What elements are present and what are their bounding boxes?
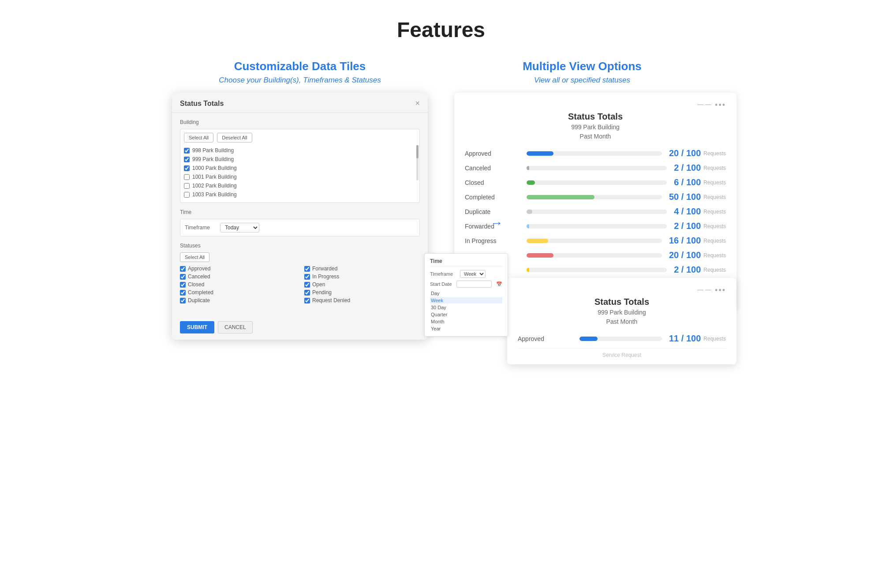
card2-dots-icon[interactable]: ••• [715,286,726,295]
status-bar-fill [527,195,594,199]
time-label: Time [180,209,420,215]
card1-dots-icon[interactable]: ••• [715,101,726,110]
building-checkbox[interactable] [184,157,190,162]
time-option[interactable]: Month [430,318,502,325]
status-checkbox-item[interactable]: Request Denied [304,297,420,303]
status-row: Approved20 / 100Requests [465,148,726,158]
building-checkbox[interactable] [184,165,190,171]
select-all-statuses-button[interactable]: Select All [180,252,209,262]
status-checkbox-item[interactable]: In Progress [304,273,420,280]
status-checkbox[interactable] [304,298,310,303]
building-btn-row: Select All Deselect All [180,133,419,146]
status-checkbox[interactable] [304,290,310,296]
building-item[interactable]: 998 Park Building [184,146,416,155]
status-count: 4 / 100 [674,206,701,217]
time-popup-timeframe-select[interactable]: Week [460,270,486,278]
status-checkbox[interactable] [180,290,186,296]
building-name: 1002 Park Building [192,183,237,189]
status-count: 20 / 100 [669,250,701,260]
time-option[interactable]: 30 Day [430,304,502,311]
modal-title: Status Totals [180,100,224,108]
card1-lines-icon[interactable]: — — [697,101,711,110]
building-label: Building [180,119,420,125]
timeframe-select[interactable]: Today Day Week 30 Day Quarter Month Year [220,223,259,232]
card2-subtitle: 999 Park Building Past Month [518,308,726,326]
building-checkbox[interactable] [184,183,190,189]
status-bar-fill [579,337,598,341]
select-all-buildings-button[interactable]: Select All [184,133,213,142]
building-item[interactable]: 999 Park Building [184,155,416,164]
status-checkbox[interactable] [180,266,186,272]
time-option[interactable]: Week [430,297,502,303]
status-name-label: Approved [188,266,210,272]
status-checkbox[interactable] [180,274,186,280]
status-name-label: Pending [312,289,332,296]
time-options-list: DayWeek30 DayQuarterMonthYear [430,290,502,332]
building-item[interactable]: 1003 Park Building [184,190,416,199]
status-bar-container [527,239,662,243]
page-title: Features [0,0,882,55]
status-checkbox-item[interactable]: Forwarded [304,266,420,272]
status-checkbox-item[interactable]: Open [304,281,420,288]
status-row-name: Canceled [465,165,527,172]
right-section-title: Multiple View Options [454,60,710,73]
status-requests-label: Requests [703,223,726,229]
close-icon[interactable]: × [415,99,420,108]
status-bar-fill [527,239,548,243]
status-bar-container [527,195,662,199]
status-bar-container [527,268,667,272]
card1-title: Status Totals [465,112,726,122]
deselect-all-buildings-button[interactable]: Deselect All [217,133,252,142]
scrollbar[interactable] [416,145,419,180]
status-count: 11 / 100 [669,333,701,344]
status-checkbox-item[interactable]: Completed [180,289,295,296]
calendar-icon[interactable]: 📅 [496,281,502,287]
time-option[interactable]: Year [430,326,502,332]
status-row: Forwarded2 / 100Requests [465,221,726,231]
status-checkbox[interactable] [304,274,310,280]
status-bar-container [527,253,662,258]
building-item[interactable]: 1001 Park Building [184,172,416,181]
building-checkbox[interactable] [184,174,190,180]
status-checkbox[interactable] [304,266,310,272]
building-name: 1001 Park Building [192,174,237,180]
status-checkbox[interactable] [180,298,186,303]
right-section-subtitle: View all or specified statuses [454,76,710,85]
status-card-2: — — ••• Status Totals 999 Park Building … [507,278,736,364]
building-item[interactable]: 1000 Park Building [184,164,416,172]
building-checkbox[interactable] [184,148,190,154]
status-row: Duplicate4 / 100Requests [465,206,726,217]
building-name: 998 Park Building [192,147,234,154]
status-bar-fill [527,180,535,185]
modal-body: Building Select All Deselect All 998 Par… [172,113,428,317]
time-section: Time Timeframe Today Day Week 30 Day Qua… [180,209,420,236]
building-scroll[interactable]: 998 Park Building999 Park Building1000 P… [180,146,419,199]
status-count: 2 / 100 [674,163,701,173]
card2-lines-icon[interactable]: — — [697,286,711,295]
cancel-button[interactable]: CANCEL [218,321,253,333]
status-requests-label: Requests [703,238,726,244]
card1-subtitle: 999 Park Building Past Month [465,123,726,141]
building-item[interactable]: 1002 Park Building [184,181,416,190]
status-checkbox-item[interactable]: Pending [304,289,420,296]
status-row-name: Closed [465,179,527,186]
time-option[interactable]: Day [430,290,502,296]
status-checkbox-item[interactable]: Closed [180,281,295,288]
card2-title: Status Totals [518,297,726,307]
status-checkbox-item[interactable]: Duplicate [180,297,295,303]
status-checkbox[interactable] [180,282,186,288]
status-checkbox-item[interactable]: Approved [180,266,295,272]
status-checkbox-item[interactable]: Canceled [180,273,295,280]
building-checkbox[interactable] [184,192,190,198]
time-popup-startdate-row: Start Date 📅 [430,281,502,288]
status-count: 16 / 100 [669,236,701,246]
time-option[interactable]: Quarter [430,311,502,318]
status-bar-fill [527,210,532,214]
left-section-subtitle: Choose your Building(s), Timeframes & St… [172,76,428,85]
status-bar-fill [527,166,529,170]
submit-button[interactable]: SUBMIT [180,321,214,333]
statuses-label: Statuses [180,243,420,249]
status-checkbox[interactable] [304,282,310,288]
status-row: Canceled2 / 100Requests [465,163,726,173]
time-popup-startdate-input[interactable] [456,281,492,288]
